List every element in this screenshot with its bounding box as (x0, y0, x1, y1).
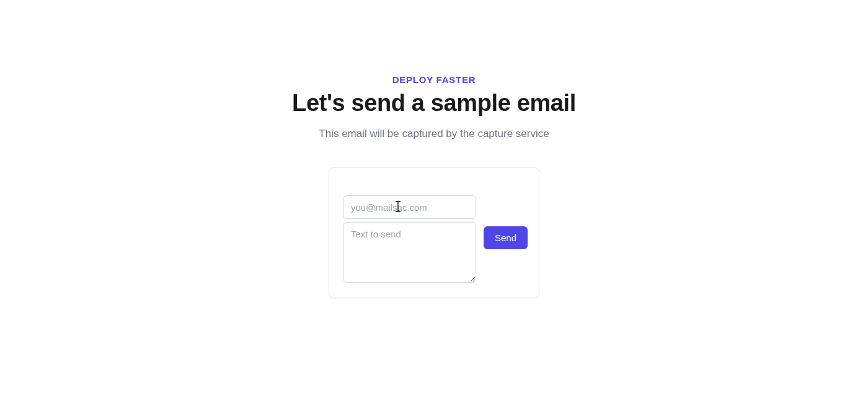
page-container: DEPLOY FASTER Let's send a sample email … (0, 0, 868, 298)
page-subtitle: This email will be captured by the captu… (319, 128, 549, 140)
send-button[interactable]: Send (484, 226, 528, 249)
body-textarea[interactable] (343, 222, 476, 283)
eyebrow-text: DEPLOY FASTER (392, 74, 476, 85)
form-fields (343, 195, 476, 283)
email-input[interactable] (343, 195, 476, 219)
form-row: Send (343, 195, 525, 283)
page-title: Let's send a sample email (292, 90, 576, 117)
form-card: Send (329, 167, 539, 298)
